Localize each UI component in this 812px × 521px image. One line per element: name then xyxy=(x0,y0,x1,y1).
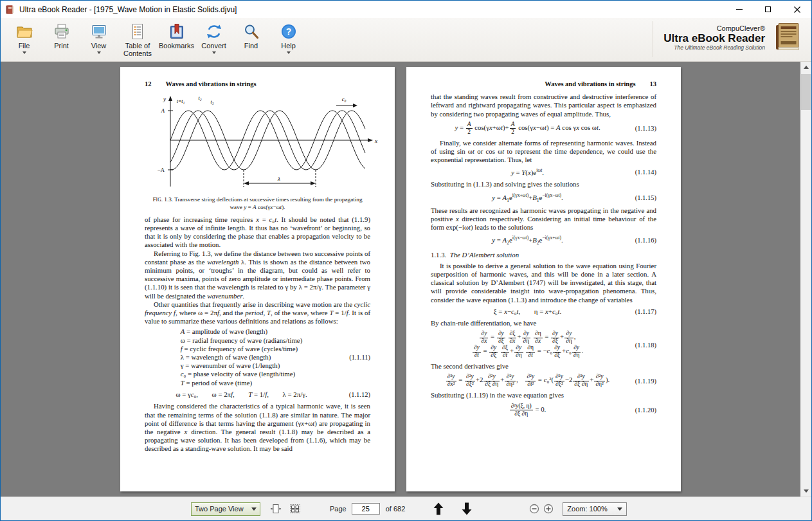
zoom-select[interactable]: Zoom: 100% xyxy=(563,502,627,516)
page-number-input[interactable] xyxy=(352,503,380,515)
titlebar[interactable]: Ultra eBook Reader - [1975_Wave Motion i… xyxy=(1,1,811,18)
equation-number: (1.1.16) xyxy=(624,236,656,244)
svg-text:−A: −A xyxy=(157,167,165,173)
figure-caption: FIG. 1.3. Transverse string deflections … xyxy=(150,196,365,211)
page-total: of 682 xyxy=(386,505,406,513)
multi-page-view-button[interactable] xyxy=(287,502,303,516)
magnifier-icon xyxy=(242,23,261,41)
paragraph: By chain-rule differentiation, we have xyxy=(431,319,656,327)
app-window: Ultra eBook Reader - [1975_Wave Motion i… xyxy=(0,0,812,521)
table-of-contents-button[interactable]: Table of Contents xyxy=(118,21,158,59)
equation-number: (1.1.19) xyxy=(624,377,656,385)
definitions-block: A = amplitude of wave (length) ω = radia… xyxy=(145,327,370,387)
equation-row: ξ = x−c₀t, η = x+c₀t. (1.1.17) xyxy=(431,307,656,316)
definition-line: A = amplitude of wave (length) xyxy=(181,327,302,336)
folio: 13 xyxy=(650,80,657,88)
view-mode-select[interactable]: Two Page View xyxy=(191,502,260,516)
equation-row: y = A1ei(γx+ωt)+B1e−i(γx−ωt). (1.1.15) xyxy=(431,192,656,203)
equation-row: ω = γc₀, ω = 2πf, T = 1/f, λ = 2π/γ. (1.… xyxy=(145,390,370,399)
scroll-down-button[interactable] xyxy=(800,486,811,497)
definition-line: c₀ = phase velocity of wave (length/time… xyxy=(181,370,302,378)
help-button[interactable]: ? Help xyxy=(270,21,307,55)
minimize-button[interactable] xyxy=(725,1,753,18)
equation-row: y = A2 cos(γx+ωt)+A2 cos(γx−ωt) = A cos … xyxy=(431,122,656,136)
book-logo-icon xyxy=(771,21,802,53)
paragraph: that the standing waves result from cons… xyxy=(431,93,656,118)
monitor-icon xyxy=(89,23,109,41)
equation: y = A2 cos(γx+ωt)+A2 cos(γx−ωt) = A cos … xyxy=(431,122,624,136)
document-list-icon xyxy=(128,23,147,41)
equation-row: y = A2ei(γx−ωt)+B2e−i(γx+ωt). (1.1.16) xyxy=(431,235,656,246)
page-left: 12 Waves and vibrations in strings y x A xyxy=(120,67,395,491)
control-bar: Two Page View Page of 682 xyxy=(1,497,811,520)
dropdown-arrow-icon xyxy=(287,51,291,54)
paragraph: Having considered the characteristics of… xyxy=(145,402,370,453)
document-viewport[interactable]: 12 Waves and vibrations in strings y x A xyxy=(1,62,811,497)
arrow-down-icon xyxy=(804,489,809,493)
print-button[interactable]: Print xyxy=(43,21,80,51)
multi-page-icon xyxy=(289,504,301,514)
previous-page-button[interactable] xyxy=(429,500,447,517)
dropdown-arrow-icon xyxy=(23,51,26,54)
printer-icon xyxy=(52,23,71,41)
folder-open-icon xyxy=(15,23,34,41)
equation: ∂²y(ξ, η)∂ξ ∂η = 0. xyxy=(431,403,624,417)
equation-number: (1.1.18) xyxy=(624,341,656,349)
equation-number: (1.1.11) xyxy=(338,353,370,361)
equation: y = A2ei(γx−ωt)+B2e−i(γx+ωt). xyxy=(431,235,624,246)
toolbar-separator xyxy=(653,21,653,57)
zoom-out-button[interactable] xyxy=(528,504,539,515)
maximize-button[interactable] xyxy=(753,1,782,18)
minus-circle-icon xyxy=(529,504,539,514)
bookmarks-button[interactable]: Bookmarks xyxy=(158,21,195,51)
brand-company: CompuClever® xyxy=(663,24,765,32)
paragraph: It is possible to derive a general solut… xyxy=(431,262,656,304)
figure-1-3-wave-diagram: y x A −A t=t₁ t₂ t₃ c₀ xyxy=(145,93,383,194)
dropdown-arrow-icon xyxy=(97,51,101,54)
equation-number: (1.1.13) xyxy=(624,124,656,133)
paragraph: The second derivatives give xyxy=(431,362,656,370)
definition-line: f = cyclic frequency of wave (cycles/tim… xyxy=(181,345,302,353)
fit-width-button[interactable] xyxy=(268,502,284,516)
maximize-icon xyxy=(765,6,771,12)
file-button[interactable]: File xyxy=(6,21,42,55)
close-icon xyxy=(794,6,800,13)
svg-text:λ: λ xyxy=(277,176,280,182)
equation-number: (1.1.17) xyxy=(624,307,656,316)
definition-line: T = period of wave (time) xyxy=(181,379,302,387)
app-icon xyxy=(5,5,15,15)
brand-tagline: The Ultimate eBook Reading Solution xyxy=(663,44,765,51)
scrollbar-thumb[interactable] xyxy=(801,74,811,110)
find-button[interactable]: Find xyxy=(233,21,269,51)
equation-number: (1.1.15) xyxy=(624,194,656,202)
convert-arrows-icon xyxy=(204,23,224,41)
plus-circle-icon xyxy=(543,504,554,514)
question-icon: ? xyxy=(279,23,298,41)
convert-button[interactable]: Convert xyxy=(195,21,232,55)
equation-row: ∂y∂x = ∂y∂ξ ∂ξ∂x+∂y∂η ∂η∂x = ∂y∂ξ+∂y∂η,∂… xyxy=(431,331,656,359)
definition-line: λ = wavelength of wave (length) xyxy=(181,353,302,361)
minimize-icon xyxy=(736,9,743,10)
svg-text:t₂: t₂ xyxy=(198,95,201,101)
toolbar: File Print xyxy=(1,18,811,62)
definition-line: γ = wavenumber of wave (1/length) xyxy=(181,361,302,370)
arrow-up-icon xyxy=(433,502,444,515)
zoom-in-button[interactable] xyxy=(543,504,554,515)
running-head-title: Waves and vibrations in strings xyxy=(166,80,257,88)
svg-text:t₃: t₃ xyxy=(210,99,213,105)
next-page-button[interactable] xyxy=(458,500,476,517)
equation: ∂²y∂x² = ∂²y∂ξ²+2∂²y∂ξ ∂η+∂²y∂η², ∂²y∂t²… xyxy=(431,374,624,388)
paragraph: Substituting in (1.1.3) and solving give… xyxy=(431,180,656,188)
page-right: Waves and vibrations in strings 13 that … xyxy=(406,67,681,491)
close-button[interactable] xyxy=(782,1,811,18)
vertical-scrollbar[interactable] xyxy=(800,62,811,497)
scroll-up-button[interactable] xyxy=(800,62,811,73)
chevron-down-icon xyxy=(251,507,257,511)
equation-row: ∂²y(ξ, η)∂ξ ∂η = 0. (1.1.20) xyxy=(431,403,656,417)
brand-product: Ultra eBook Reader xyxy=(663,32,765,44)
svg-text:x: x xyxy=(374,138,377,144)
svg-text:?: ? xyxy=(285,26,291,37)
view-button[interactable]: View xyxy=(80,21,117,55)
page-label: Page xyxy=(330,505,347,513)
running-head-title: Waves and vibrations in strings xyxy=(545,80,635,88)
